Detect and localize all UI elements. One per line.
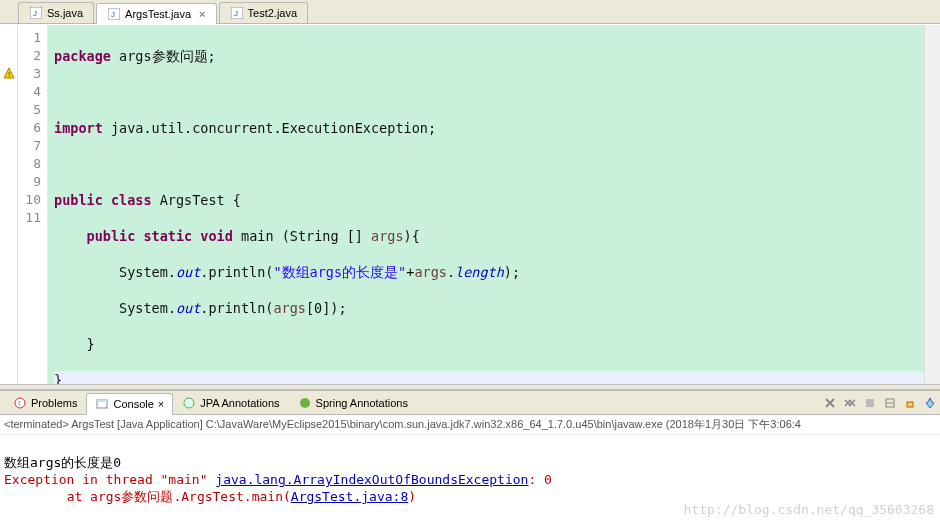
svg-text:!: ! bbox=[8, 70, 10, 79]
java-file-icon: J bbox=[29, 6, 43, 20]
exception-link[interactable]: java.lang.ArrayIndexOutOfBoundsException bbox=[215, 472, 528, 487]
terminated-header: <terminated> ArgsTest [Java Application]… bbox=[0, 415, 940, 435]
close-icon[interactable]: × bbox=[158, 398, 164, 410]
stack-link[interactable]: ArgsTest.java:8 bbox=[291, 489, 408, 504]
bottom-view-tabs: ! Problems Console × JPA Annotations Spr… bbox=[0, 391, 940, 415]
watermark: http://blog.csdn.net/qq_35603268 bbox=[684, 501, 934, 518]
problems-icon: ! bbox=[13, 396, 27, 410]
tab-label: ArgsTest.java bbox=[125, 8, 191, 20]
console-output[interactable]: 数组args的长度是0 Exception in thread "main" j… bbox=[0, 435, 940, 522]
editor-tab-ss[interactable]: J Ss.java bbox=[18, 2, 94, 23]
svg-point-12 bbox=[184, 398, 194, 408]
stdout-line: 数组args的长度是0 bbox=[4, 455, 121, 470]
editor-tab-argstest[interactable]: J ArgsTest.java × bbox=[96, 3, 216, 24]
editor-tabbar: J Ss.java J ArgsTest.java × J Test2.java bbox=[0, 0, 940, 24]
svg-rect-11 bbox=[97, 400, 107, 402]
tab-console[interactable]: Console × bbox=[86, 393, 173, 415]
tab-jpa[interactable]: JPA Annotations bbox=[173, 392, 288, 414]
clear-console-icon[interactable] bbox=[881, 394, 899, 412]
close-icon[interactable]: × bbox=[199, 8, 205, 20]
console-panel: ! Problems Console × JPA Annotations Spr… bbox=[0, 390, 940, 522]
tab-spring[interactable]: Spring Annotations bbox=[289, 392, 417, 414]
scroll-lock-icon[interactable] bbox=[901, 394, 919, 412]
svg-text:J: J bbox=[234, 9, 238, 18]
svg-rect-23 bbox=[907, 402, 913, 407]
svg-text:J: J bbox=[111, 10, 115, 19]
java-file-icon: J bbox=[107, 7, 121, 21]
tab-problems[interactable]: ! Problems bbox=[4, 392, 86, 414]
exception-line: Exception in thread "main" bbox=[4, 472, 215, 487]
vertical-scrollbar[interactable] bbox=[924, 25, 940, 384]
code-area[interactable]: package args参数问题; import java.util.concu… bbox=[48, 25, 924, 384]
remove-all-icon[interactable] bbox=[841, 394, 859, 412]
line-gutter: 1234567891011 bbox=[18, 25, 48, 384]
stack-line: at args参数问题.ArgsTest.main( bbox=[4, 489, 291, 504]
svg-point-13 bbox=[300, 398, 310, 408]
terminate-icon[interactable] bbox=[861, 394, 879, 412]
svg-rect-20 bbox=[866, 399, 874, 407]
warning-icon[interactable]: ! bbox=[0, 67, 17, 79]
editor-tab-test2[interactable]: J Test2.java bbox=[219, 2, 309, 23]
marker-ruler: ! bbox=[0, 25, 18, 384]
annotation-icon bbox=[182, 396, 196, 410]
console-icon bbox=[95, 397, 109, 411]
spring-icon bbox=[298, 396, 312, 410]
svg-text:!: ! bbox=[18, 399, 20, 408]
tab-label: Ss.java bbox=[47, 7, 83, 19]
svg-text:J: J bbox=[33, 9, 37, 18]
java-file-icon: J bbox=[230, 6, 244, 20]
pin-console-icon[interactable] bbox=[921, 394, 939, 412]
editor-area: ! 1234567891011 package args参数问题; import… bbox=[0, 24, 940, 384]
remove-launch-icon[interactable] bbox=[821, 394, 839, 412]
tab-label: Test2.java bbox=[248, 7, 298, 19]
